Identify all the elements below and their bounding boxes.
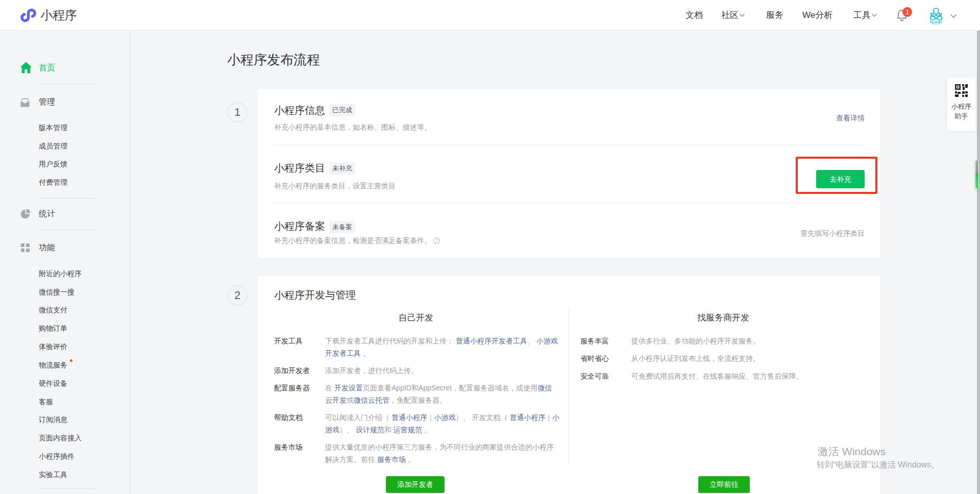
svg-text:kychakr.com: kychakr.com	[932, 23, 941, 24]
svg-text:?: ?	[435, 238, 438, 243]
